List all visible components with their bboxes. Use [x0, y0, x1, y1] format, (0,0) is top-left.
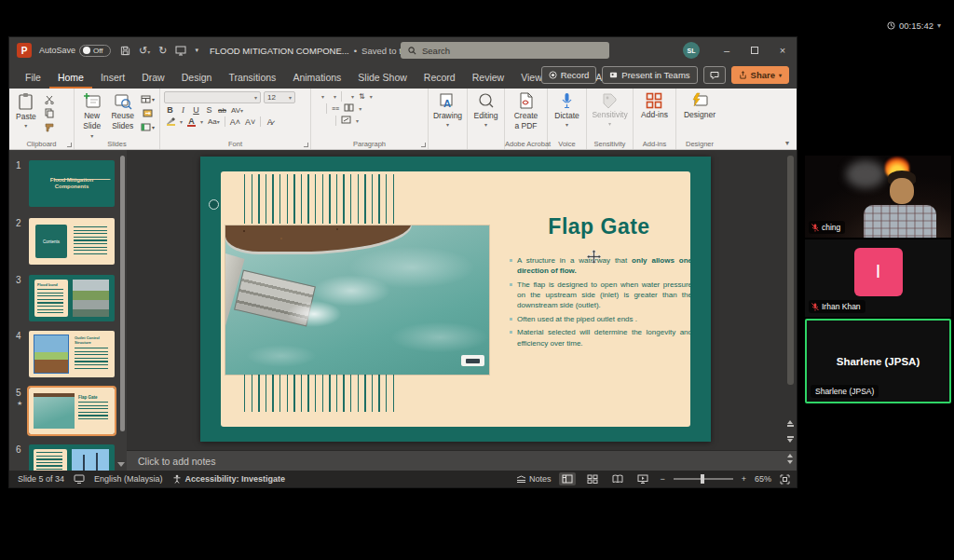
- comments-button[interactable]: [703, 66, 726, 84]
- notes-scroll-up-icon[interactable]: [787, 454, 793, 458]
- tab-record[interactable]: Record: [416, 67, 464, 89]
- zoom-out-button[interactable]: −: [660, 474, 664, 484]
- tab-file[interactable]: File: [17, 67, 49, 89]
- thumbnail-slide-3[interactable]: Flood bund: [29, 275, 115, 321]
- highlight-button[interactable]: [166, 117, 175, 126]
- font-name-combobox[interactable]: ▾: [164, 91, 261, 103]
- tab-design[interactable]: Design: [173, 67, 221, 89]
- font-size-combobox[interactable]: 12▾: [264, 91, 295, 103]
- clear-formatting-button[interactable]: A̷: [266, 117, 274, 127]
- new-slide-button[interactable]: New Slide ▾: [78, 91, 105, 141]
- cut-button[interactable]: [42, 93, 58, 105]
- bullet-item-4[interactable]: Material selected will determine the lon…: [509, 327, 692, 348]
- slide-sorter-view-button[interactable]: [584, 472, 601, 485]
- text-direction-button[interactable]: [341, 116, 351, 126]
- participant-tile-sharlene[interactable]: Sharlene (JPSA) Sharlene (JPSA): [805, 319, 951, 403]
- text-shadow-button[interactable]: S: [205, 105, 213, 115]
- slideshow-view-button[interactable]: [634, 472, 651, 485]
- clipboard-dialog-launcher[interactable]: [67, 143, 72, 147]
- character-spacing-button[interactable]: AV▾: [231, 106, 243, 115]
- decorative-stripes-bottom[interactable]: [244, 375, 399, 412]
- create-pdf-button[interactable]: Create a PDF: [511, 91, 541, 132]
- share-button[interactable]: Share ▾: [731, 66, 789, 84]
- notes-toggle-button[interactable]: Notes: [516, 474, 552, 484]
- decorative-stripes-top[interactable]: [244, 174, 399, 224]
- format-painter-button[interactable]: [42, 121, 58, 133]
- normal-view-button[interactable]: [559, 472, 576, 485]
- minimize-button[interactable]: –: [713, 37, 741, 63]
- text-spacing-button[interactable]: ≡≡: [332, 105, 339, 112]
- thumbnail-slide-2[interactable]: Contents: [29, 218, 115, 265]
- save-icon[interactable]: [120, 46, 130, 56]
- zoom-level[interactable]: 65%: [755, 474, 771, 484]
- slide-layout-button[interactable]: ▾: [140, 93, 156, 105]
- tab-transitions[interactable]: Transitions: [220, 67, 284, 89]
- bold-button[interactable]: B: [166, 105, 174, 115]
- slide-title[interactable]: Flap Gate: [508, 214, 690, 239]
- section-button[interactable]: ▾: [140, 121, 156, 133]
- customize-qat-icon[interactable]: ▾: [195, 47, 198, 54]
- thumbnail-slide-5[interactable]: Flap Gate: [29, 388, 115, 434]
- search-input[interactable]: Search: [401, 42, 609, 59]
- undo-icon[interactable]: ↺▾: [139, 45, 150, 57]
- zoom-slider-thumb[interactable]: [701, 474, 704, 484]
- participant-tile-ching[interactable]: ching: [805, 156, 951, 238]
- slide-bullet-list[interactable]: A structure in a waterway that only allo…: [509, 255, 692, 351]
- thumbnail-slide-6[interactable]: [29, 444, 115, 471]
- language-status[interactable]: English (Malaysia): [94, 474, 163, 484]
- tab-animations[interactable]: Animations: [284, 67, 349, 89]
- tab-review[interactable]: Review: [464, 67, 512, 89]
- tab-insert[interactable]: Insert: [92, 67, 133, 89]
- slide-vertical-scrollbar[interactable]: [787, 156, 794, 385]
- reuse-slides-button[interactable]: Reuse Slides: [108, 91, 137, 132]
- change-case-button[interactable]: Aa▾: [208, 117, 220, 126]
- slide-editing-surface[interactable]: Flap Gate A structure in a waterway that…: [200, 157, 711, 442]
- notes-scroll-down-icon[interactable]: [787, 460, 793, 464]
- reset-slide-button[interactable]: [140, 107, 156, 119]
- notes-pane[interactable]: Click to add notes: [127, 450, 797, 471]
- autosave-toggle[interactable]: AutoSave Off: [39, 45, 111, 57]
- tab-home[interactable]: Home: [49, 67, 92, 89]
- grow-font-button[interactable]: A˄: [230, 117, 240, 127]
- line-spacing-button[interactable]: ⇅: [359, 92, 365, 101]
- present-in-teams-button[interactable]: Present in Teams: [602, 66, 697, 84]
- flap-gate-photo[interactable]: [225, 225, 489, 375]
- tab-draw[interactable]: Draw: [133, 67, 173, 89]
- zoom-in-button[interactable]: +: [742, 474, 746, 484]
- addins-button[interactable]: Add-ins: [638, 91, 671, 121]
- display-settings-icon[interactable]: [74, 474, 85, 484]
- paragraph-dialog-launcher[interactable]: [421, 143, 426, 147]
- thumbnail-slide-4[interactable]: Outlet Control Structure: [29, 331, 115, 377]
- reading-view-button[interactable]: [609, 472, 626, 485]
- fit-to-window-button[interactable]: [780, 474, 790, 485]
- underline-button[interactable]: U: [192, 105, 200, 115]
- user-avatar[interactable]: SL: [683, 42, 700, 59]
- next-slide-button[interactable]: [784, 433, 796, 445]
- font-color-button[interactable]: A: [187, 117, 196, 127]
- sensitivity-button[interactable]: Sensitivity ▾: [589, 91, 630, 129]
- slideshow-qat-icon[interactable]: [175, 46, 186, 56]
- redo-icon[interactable]: ↻: [158, 45, 167, 57]
- columns-button[interactable]: [344, 103, 354, 114]
- bullet-item-3[interactable]: Often used at the piped outlet ends .: [509, 314, 692, 324]
- accessibility-status[interactable]: Accessibility: Investigate: [172, 474, 286, 484]
- dictate-button[interactable]: Dictate ▾: [552, 91, 581, 130]
- copy-button[interactable]: [42, 107, 58, 119]
- shape-rotate-handle[interactable]: [209, 199, 219, 210]
- bullet-item-2[interactable]: The flap is designed to open when water …: [509, 280, 692, 311]
- designer-button[interactable]: Designer: [681, 91, 718, 121]
- italic-button[interactable]: I: [179, 105, 187, 115]
- editing-button[interactable]: Editing ▾: [471, 91, 501, 130]
- thumbnail-slide-1[interactable]: Flood Mitigation Components: [29, 160, 115, 207]
- previous-slide-button[interactable]: [784, 417, 796, 430]
- strikethrough-button[interactable]: ab: [218, 106, 226, 115]
- paste-button[interactable]: Paste ▾: [13, 91, 39, 130]
- drawing-button[interactable]: A Drawing ▾: [430, 91, 465, 130]
- record-button[interactable]: Record: [541, 66, 597, 84]
- meeting-timer[interactable]: 00:15:42 ▾: [887, 20, 941, 31]
- tab-slide-show[interactable]: Slide Show: [349, 67, 416, 89]
- thumbnail-scroll-down-icon[interactable]: [117, 462, 125, 467]
- collapse-ribbon-icon[interactable]: ▾: [785, 139, 789, 147]
- thumbnail-scrollbar[interactable]: [120, 156, 125, 431]
- close-button[interactable]: ×: [769, 37, 797, 63]
